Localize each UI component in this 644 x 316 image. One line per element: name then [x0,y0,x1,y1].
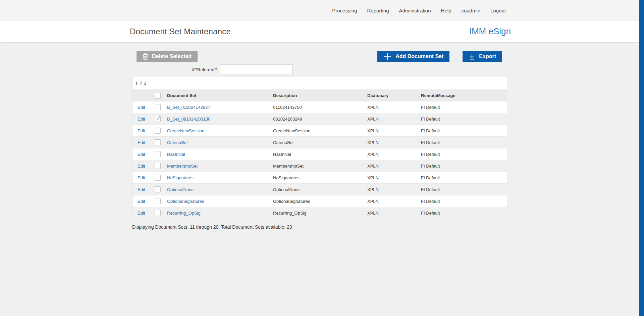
table-row: Edit HasInitial HasInitial XPLN FI Defau… [132,148,507,160]
brand-logo: IMM eSign [469,26,511,37]
dictionary-cell: XPLN [367,175,421,180]
document-set-link[interactable]: MembershipSet [167,164,198,169]
edit-link[interactable]: Edit [138,175,145,180]
column-header-dictionary: Dictionary [367,93,421,98]
dictionary-cell: XPLN [367,152,421,157]
remotemessage-cell: FI Default [421,128,507,133]
toolbar-right-group: Add Document Set Export [377,51,502,62]
row-checkbox[interactable] [155,198,161,204]
remotemessage-cell: FI Default [421,164,507,169]
remotemessage-cell: FI Default [421,175,507,180]
row-checkbox[interactable] [155,128,161,134]
document-set-link[interactable]: B_Set_011024142627 [167,105,210,110]
dictionary-cell: XPLN [367,117,421,122]
nav-item-reporting[interactable]: Reporting [367,8,389,13]
dictionary-cell: XPLN [367,140,421,145]
table-row: Edit OptionalSignatures OptionalSignatur… [132,195,507,207]
row-checkbox[interactable] [155,175,161,181]
edit-link[interactable]: Edit [138,187,145,192]
record-count-summary: Displaying Document Sets: 11 through 20.… [132,224,507,230]
export-label: Export [479,53,496,59]
download-icon [469,53,475,60]
pagination-bar: 123 [132,77,507,89]
column-header-remotemessage: RemoteMessage [421,93,507,98]
edit-link[interactable]: Edit [138,128,145,133]
document-set-link[interactable]: OptionalSignatures [167,199,204,204]
toolbar: Delete Selected Add Document Set [132,51,507,62]
document-set-link[interactable]: OptionalNone [167,187,194,192]
document-set-link[interactable]: B_Set_081024203130 [167,117,210,122]
edit-link[interactable]: Edit [138,211,145,216]
column-header-description: Description [273,93,367,98]
add-document-set-button[interactable]: Add Document Set [377,51,449,62]
table-row: Edit MembershipSet MembershipSet XPLN FI… [132,160,507,172]
document-set-link[interactable]: Recurring_OpSig [167,211,201,216]
description-cell: OptionalSignatures [273,199,367,204]
description-cell: 011024142750 [273,105,367,110]
xpreferrerip-input[interactable] [220,64,293,75]
column-header-document-set: Document Set [167,93,273,98]
delete-selected-button[interactable]: Delete Selected [137,51,198,62]
table-row: Edit OptionalNone OptionalNone XPLN FI D… [132,184,507,195]
dictionary-cell: XPLN [367,128,421,133]
table-row: Edit B_Set_011024142627 011024142750 XPL… [132,101,507,113]
remotemessage-cell: FI Default [421,152,507,157]
row-checkbox[interactable] [155,163,161,169]
row-checkbox[interactable] [155,104,161,110]
description-cell: OptionalNone [273,187,367,192]
export-button[interactable]: Export [463,51,502,62]
edit-link[interactable]: Edit [138,140,145,145]
description-cell: Recurring_OpSig [273,211,367,216]
nav-item-logout[interactable]: Logout [490,8,506,13]
dictionary-cell: XPLN [367,187,421,192]
page-link-3[interactable]: 3 [144,81,147,86]
remotemessage-cell: FI Default [421,187,507,192]
dictionary-cell: XPLN [367,105,421,110]
top-bar: ProcessingReportingAdministrationHelpcua… [0,0,639,21]
plus-icon [383,52,392,61]
edit-link[interactable]: Edit [138,105,145,110]
nav-item-processing[interactable]: Processing [332,8,357,13]
remotemessage-cell: FI Default [421,140,507,145]
row-checkbox[interactable] [155,151,161,157]
page-link-2[interactable]: 2 [140,81,142,86]
nav-item-cuadmin[interactable]: cuadmin [461,8,480,13]
edit-link[interactable]: Edit [138,152,145,157]
page-header: Document Set Maintenance IMM eSign [0,21,639,42]
delete-selected-label: Delete Selected [152,53,192,59]
document-set-link[interactable]: NoSignatures [167,175,194,180]
select-all-checkbox[interactable] [155,93,161,99]
description-cell: CreateNewSession [273,128,367,133]
trash-icon [143,53,148,60]
remotemessage-cell: FI Default [421,105,507,110]
row-checkbox[interactable] [155,186,161,192]
add-document-set-label: Add Document Set [395,53,443,59]
table-header-row: Document Set Description Dictionary Remo… [132,90,507,101]
table-row: Edit CreateNewSession CreateNewSession X… [132,125,507,137]
table-row: Edit NoSignatures NoSignatures XPLN FI D… [132,172,507,184]
table-body: Edit B_Set_011024142627 011024142750 XPL… [132,101,507,219]
xpreferrerip-label: XPReferrerIP. [132,64,218,75]
filter-row: XPReferrerIP. [132,64,507,75]
row-checkbox[interactable] [155,116,161,122]
remotemessage-cell: FI Default [421,211,507,216]
vertical-scrollbar[interactable] [639,0,644,316]
nav-item-help[interactable]: Help [441,8,451,13]
edit-link[interactable]: Edit [138,164,145,169]
description-cell: MembershipSet [273,164,367,169]
table-row: Edit B_Set_081024203130 081024203249 XPL… [132,113,507,125]
row-checkbox[interactable] [155,210,161,216]
document-set-link[interactable]: CreateNewSession [167,128,204,133]
document-set-table: Document Set Description Dictionary Remo… [132,90,507,219]
page-link-1: 1 [135,81,138,86]
row-checkbox[interactable] [155,139,161,145]
remotemessage-cell: FI Default [421,117,507,122]
document-set-link[interactable]: CriteriaSet [167,140,187,145]
edit-link[interactable]: Edit [138,117,145,122]
edit-link[interactable]: Edit [138,199,145,204]
description-cell: 081024203249 [273,117,367,122]
dictionary-cell: XPLN [367,199,421,204]
document-set-link[interactable]: HasInitial [167,152,185,157]
nav-item-administration[interactable]: Administration [399,8,431,13]
dictionary-cell: XPLN [367,164,421,169]
